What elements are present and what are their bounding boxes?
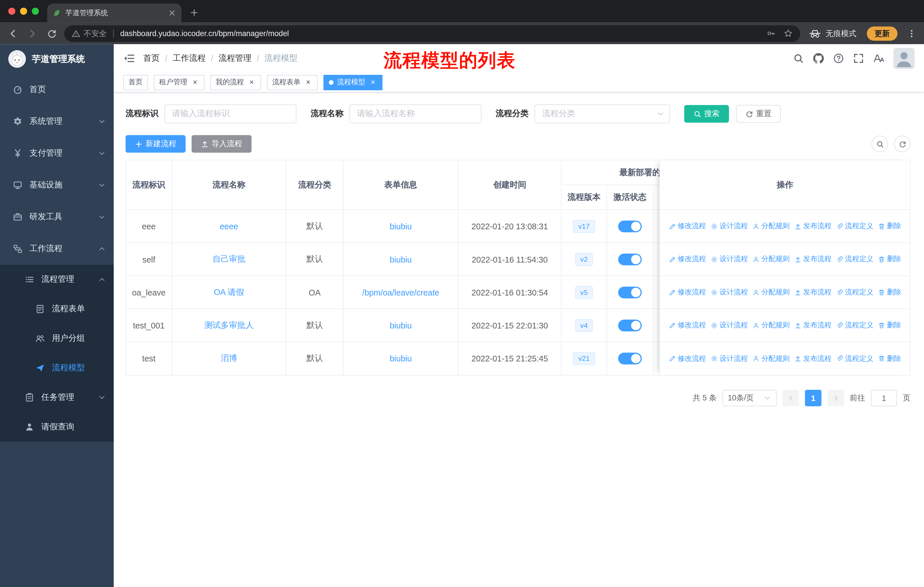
new-tab-button[interactable]: [190, 8, 198, 17]
design-process-link[interactable]: 设计流程: [711, 287, 748, 297]
reload-button[interactable]: [47, 29, 57, 38]
process-name-link[interactable]: OA 请假: [214, 287, 244, 298]
sidebar-item-user-group[interactable]: 用户分组: [0, 324, 114, 354]
close-tag-icon[interactable]: ×: [191, 78, 200, 86]
close-tag-icon[interactable]: ×: [369, 78, 377, 86]
process-name-input[interactable]: 请输入流程名称: [350, 104, 482, 123]
sidebar-item-workflow[interactable]: 工作流程: [0, 233, 114, 265]
design-process-link[interactable]: 设计流程: [711, 254, 748, 264]
search-button[interactable]: 搜索: [684, 105, 729, 123]
delete-process-link[interactable]: 删除: [878, 221, 901, 231]
design-process-link[interactable]: 设计流程: [711, 354, 748, 364]
page-1-button[interactable]: 1: [805, 390, 822, 407]
help-button[interactable]: [833, 53, 844, 64]
assign-rule-link[interactable]: 分配规则: [752, 320, 790, 330]
active-toggle[interactable]: [618, 220, 642, 232]
prev-page-button[interactable]: [782, 390, 799, 407]
sidebar-item-process-management[interactable]: 流程管理: [0, 265, 114, 294]
sidebar-item-dev-tools[interactable]: 研发工具: [0, 201, 114, 233]
process-definition-link[interactable]: 流程定义: [836, 287, 873, 297]
browser-tab[interactable]: 芋道管理系统: [47, 3, 182, 22]
fullscreen-button[interactable]: [853, 53, 864, 64]
close-tag-icon[interactable]: ×: [304, 78, 312, 86]
browser-menu-button[interactable]: [907, 29, 916, 38]
sidebar-fold-button[interactable]: [123, 53, 135, 64]
process-name-link[interactable]: 滔博: [221, 353, 237, 364]
next-page-button[interactable]: [827, 390, 844, 407]
edit-process-link[interactable]: 修改流程: [669, 354, 706, 364]
form-info-link[interactable]: biubiu: [390, 222, 412, 231]
edit-process-link[interactable]: 修改流程: [669, 254, 706, 264]
tag-process-form[interactable]: 流程表单×: [267, 74, 318, 90]
process-definition-link[interactable]: 流程定义: [836, 254, 873, 264]
design-process-link[interactable]: 设计流程: [711, 320, 748, 330]
edit-process-link[interactable]: 修改流程: [669, 287, 706, 297]
edit-process-link[interactable]: 修改流程: [669, 320, 706, 330]
close-tab-icon[interactable]: [168, 9, 176, 17]
category-select[interactable]: 流程分类: [535, 104, 670, 123]
import-process-button[interactable]: 导入流程: [191, 135, 252, 153]
breadcrumb-item[interactable]: 首页: [143, 53, 160, 64]
publish-process-link[interactable]: 发布流程: [794, 221, 832, 231]
publish-process-link[interactable]: 发布流程: [794, 320, 832, 330]
publish-process-link[interactable]: 发布流程: [794, 254, 832, 264]
edit-process-link[interactable]: 修改流程: [669, 221, 706, 231]
update-browser-button[interactable]: 更新: [867, 26, 898, 40]
assign-rule-link[interactable]: 分配规则: [752, 221, 790, 231]
minimize-window-button[interactable]: [20, 8, 27, 15]
sidebar-item-leave-query[interactable]: 请假查询: [0, 412, 114, 441]
active-toggle[interactable]: [618, 253, 642, 265]
sidebar-item-task-management[interactable]: 任务管理: [0, 383, 114, 412]
process-definition-link[interactable]: 流程定义: [836, 320, 873, 330]
delete-process-link[interactable]: 删除: [878, 320, 901, 330]
font-size-button[interactable]: [873, 53, 884, 64]
breadcrumb-item[interactable]: 流程管理: [219, 53, 251, 64]
goto-page-input[interactable]: 1: [871, 390, 897, 407]
close-tag-icon[interactable]: ×: [248, 78, 256, 86]
page-size-select[interactable]: 10条/页: [723, 390, 777, 407]
active-toggle[interactable]: [618, 286, 642, 298]
process-definition-link[interactable]: 流程定义: [836, 221, 873, 231]
zoom-window-button[interactable]: [32, 8, 39, 15]
publish-process-link[interactable]: 发布流程: [794, 354, 832, 364]
tag-my-process[interactable]: 我的流程×: [210, 74, 261, 90]
tag-tenant-management[interactable]: 租户管理×: [154, 74, 205, 90]
form-info-link[interactable]: /bpm/oa/leave/create: [362, 288, 439, 297]
forward-button[interactable]: [28, 29, 37, 38]
assign-rule-link[interactable]: 分配规则: [752, 354, 790, 364]
bookmark-star-icon[interactable]: [784, 29, 792, 38]
process-name-link[interactable]: 自己审批: [213, 254, 246, 265]
search-button[interactable]: [793, 53, 804, 64]
form-info-link[interactable]: biubiu: [390, 354, 412, 363]
process-name-link[interactable]: 测试多审批人: [204, 320, 254, 331]
delete-process-link[interactable]: 删除: [878, 354, 901, 364]
refresh-table-button[interactable]: [894, 136, 911, 152]
close-window-button[interactable]: [8, 8, 15, 15]
sidebar-item-infrastructure[interactable]: 基础设施: [0, 169, 114, 201]
process-name-link[interactable]: eeee: [220, 222, 238, 231]
process-id-input[interactable]: 请输入流程标识: [164, 104, 297, 123]
tag-process-model[interactable]: 流程模型×: [323, 74, 383, 90]
sidebar-item-payment[interactable]: 支付管理: [0, 137, 114, 169]
publish-process-link[interactable]: 发布流程: [794, 287, 832, 297]
assign-rule-link[interactable]: 分配规则: [752, 287, 790, 297]
github-button[interactable]: [813, 53, 824, 64]
process-definition-link[interactable]: 流程定义: [836, 354, 873, 364]
address-bar[interactable]: 不安全 dashboard.yudao.iocoder.cn/bpm/manag…: [64, 25, 800, 41]
assign-rule-link[interactable]: 分配规则: [752, 254, 790, 264]
password-manager-icon[interactable]: [767, 29, 776, 38]
active-toggle[interactable]: [618, 352, 642, 364]
form-info-link[interactable]: biubiu: [390, 321, 412, 330]
toggle-search-button[interactable]: [871, 136, 888, 152]
create-process-button[interactable]: 新建流程: [125, 135, 186, 153]
breadcrumb-item[interactable]: 工作流程: [173, 53, 206, 64]
design-process-link[interactable]: 设计流程: [711, 221, 748, 231]
sidebar-item-system[interactable]: 系统管理: [0, 106, 114, 137]
active-toggle[interactable]: [618, 319, 642, 331]
sidebar-item-home[interactable]: 首页: [0, 74, 114, 106]
delete-process-link[interactable]: 删除: [878, 254, 901, 264]
form-info-link[interactable]: biubiu: [390, 255, 412, 264]
user-avatar[interactable]: [893, 48, 914, 69]
reset-button[interactable]: 重置: [736, 105, 781, 123]
sidebar-item-process-model[interactable]: 流程模型: [0, 353, 114, 383]
